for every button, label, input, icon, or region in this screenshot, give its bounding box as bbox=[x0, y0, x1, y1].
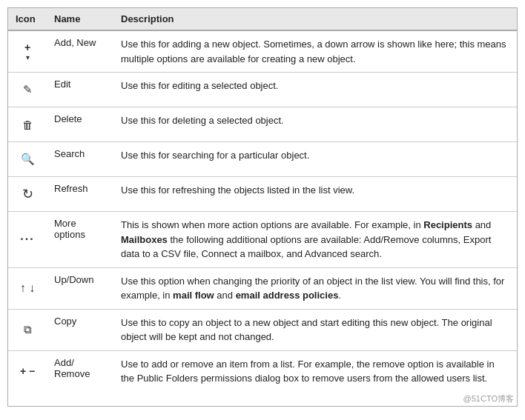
row-name-cell: Add, New bbox=[47, 30, 113, 73]
row-name-cell: Delete bbox=[47, 107, 113, 142]
table-row: ↻RefreshUse this for refreshing the obje… bbox=[8, 177, 517, 212]
row-desc-cell: Use to add or remove an item from a list… bbox=[113, 350, 517, 392]
row-desc-cell: Use this for searching for a particular … bbox=[113, 142, 517, 177]
table-row: ⧉CopyUse this to copy an object to a new… bbox=[8, 309, 517, 350]
row-name-cell: More options bbox=[47, 212, 113, 268]
row-desc-cell: Use this for refreshing the objects list… bbox=[113, 177, 517, 212]
table-row: ↑ ↓Up/DownUse this option when changing … bbox=[8, 267, 517, 309]
row-name-cell: Add/Remove bbox=[47, 350, 113, 392]
row-desc-cell: Use this option when changing the priori… bbox=[113, 267, 517, 309]
row-name-cell: Search bbox=[47, 142, 113, 177]
row-name-cell: Copy bbox=[47, 309, 113, 350]
delete-icon: 🗑 bbox=[8, 107, 47, 142]
table-row: + −Add/RemoveUse to add or remove an ite… bbox=[8, 350, 517, 392]
row-name-cell: Edit bbox=[47, 73, 113, 107]
col-header-name: Name bbox=[47, 8, 113, 30]
up-down-icon: ↑ ↓ bbox=[8, 267, 47, 309]
edit-icon: ✎ bbox=[8, 73, 47, 107]
col-header-icon: Icon bbox=[8, 8, 47, 30]
table-row: ···More optionsThis is shown when more a… bbox=[8, 212, 517, 268]
search-icon: 🔍 bbox=[8, 142, 47, 177]
icon-reference-table: Icon Name Description +▾Add, NewUse this… bbox=[7, 7, 518, 407]
row-desc-cell: Use this for editing a selected object. bbox=[113, 73, 517, 107]
table-row: 🔍SearchUse this for searching for a part… bbox=[8, 142, 517, 177]
add-remove-icon: + − bbox=[8, 350, 47, 392]
copy-icon: ⧉ bbox=[8, 309, 47, 350]
add-new-icon: +▾ bbox=[8, 30, 47, 73]
row-name-cell: Up/Down bbox=[47, 267, 113, 309]
col-header-description: Description bbox=[113, 8, 517, 30]
row-desc-cell: Use this to copy an object to a new obje… bbox=[113, 309, 517, 350]
table-header-row: Icon Name Description bbox=[8, 8, 517, 30]
row-desc-cell: Use this for deleting a selected object. bbox=[113, 107, 517, 142]
table-row: 🗑DeleteUse this for deleting a selected … bbox=[8, 107, 517, 142]
row-name-cell: Refresh bbox=[47, 177, 113, 212]
refresh-icon: ↻ bbox=[8, 177, 47, 212]
row-desc-cell: This is shown when more action options a… bbox=[113, 212, 517, 268]
table-row: ✎EditUse this for editing a selected obj… bbox=[8, 73, 517, 107]
row-desc-cell: Use this for adding a new object. Someti… bbox=[113, 30, 517, 73]
watermark: @51CTO博客 bbox=[8, 392, 517, 406]
table-row: +▾Add, NewUse this for adding a new obje… bbox=[8, 30, 517, 73]
more-options-icon: ··· bbox=[8, 212, 47, 268]
